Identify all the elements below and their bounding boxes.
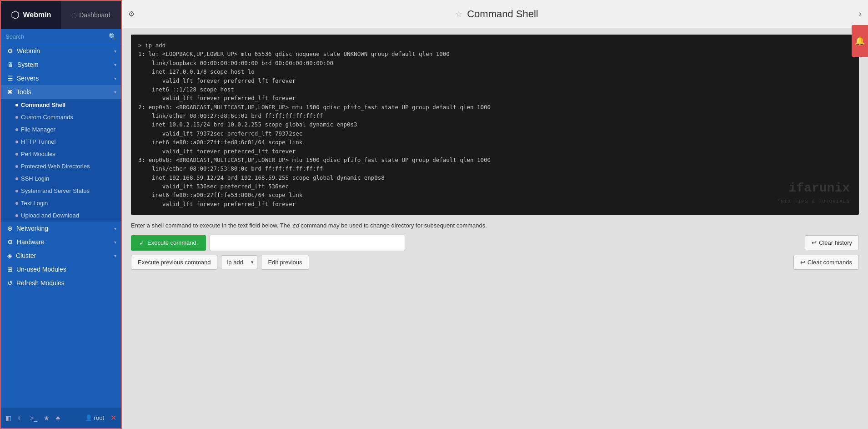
sidebar-item-label: Networking [16,225,48,232]
sidebar-item-ssh-login[interactable]: SSH Login [1,172,121,185]
tools-nav-icon: ✖ [7,88,13,96]
sidebar-item-protected-web-dirs[interactable]: Protected Web Directories [1,160,121,172]
sub-item-label: Custom Commands [21,114,73,121]
dashboard-label: Dashboard [79,11,110,19]
sidebar-item-label: Hardware [17,238,45,246]
system-nav-icon: 🖥 [7,61,14,68]
sub-item-label: File Manager [21,126,55,133]
search-input[interactable] [5,33,109,40]
sidebar-item-perl-modules[interactable]: Perl Modules [1,148,121,160]
sidebar-item-cluster[interactable]: ◈ Cluster ▾ [1,249,121,262]
command-row: ✓ Execute command: ↩ Clear history [131,235,859,251]
sidebar-item-label: Tools [16,88,31,96]
favorite-star-icon[interactable]: ☆ [455,9,462,19]
footer-icon-moon[interactable]: ☾ [18,414,24,422]
previous-command-selector[interactable]: ip add [221,255,257,269]
sidebar-item-refresh-modules[interactable]: ↺ Refresh Modules [1,276,121,290]
sub-item-dot [15,190,18,192]
sidebar-item-tools[interactable]: ✖ Tools ▾ [1,85,121,99]
sidebar-logo-area[interactable]: ⬡ Webmin [1,1,61,29]
sub-item-label: Perl Modules [21,151,55,157]
chevron-down-icon: ▾ [114,240,116,245]
webmin-logo-icon: ⬡ [11,9,20,21]
sidebar-item-label: Servers [17,75,39,82]
sidebar: ⬡ Webmin ◌ Dashboard 🔍 ⚙ Webmin ▾ 🖥 Syst… [0,0,122,429]
edit-previous-button[interactable]: Edit previous [261,255,309,270]
sub-item-label: Upload and Download [21,212,79,219]
footer-exit-icon[interactable]: ✕ [110,414,116,422]
right-buttons-group: ↩ Clear history [805,235,859,250]
sidebar-item-unused-modules[interactable]: ⊞ Un-used Modules [1,262,121,276]
user-icon: 👤 [85,414,92,421]
sub-item-dot [15,141,18,143]
sidebar-item-command-shell[interactable]: Command Shell [1,99,121,111]
sub-item-label: HTTP Tunnel [21,138,55,145]
footer-icon-star[interactable]: ★ [44,414,50,422]
undo-icon: ↩ [812,239,817,246]
sidebar-search-bar: 🔍 [1,29,121,44]
sidebar-item-file-manager[interactable]: File Manager [1,123,121,136]
sub-item-label: Protected Web Directories [21,163,90,170]
sub-item-dot [15,214,18,217]
sidebar-footer: ◧ ☾ >_ ★ ♣ 👤 root ✕ [1,407,121,428]
sub-item-dot [15,128,18,131]
sidebar-item-custom-commands[interactable]: Custom Commands [1,111,121,123]
clear-commands-button[interactable]: ↩ Clear commands [793,255,859,270]
sub-item-dot [15,153,18,156]
chevron-down-icon: ▾ [114,62,116,67]
clear-commands-container: ↩ Clear commands [793,255,859,270]
sidebar-item-label: Un-used Modules [16,266,66,273]
chevron-down-icon: ▾ [114,90,116,95]
topbar-close-icon[interactable]: › [859,9,862,19]
main-content: ⚙ ☆ Command Shell › > ip add 1: lo: <LOO… [122,0,868,429]
sidebar-item-label: Refresh Modules [16,279,65,287]
search-icon: 🔍 [109,33,116,40]
dashboard-tab[interactable]: ◌ Dashboard [61,1,121,29]
notification-badge[interactable]: 🔔 [852,25,868,57]
sidebar-item-text-login[interactable]: Text Login [1,197,121,209]
webmin-nav-icon: ⚙ [7,47,13,55]
sub-item-label: Command Shell [21,101,65,108]
sidebar-item-hardware[interactable]: ⚙ Hardware ▾ [1,235,121,249]
chevron-down-icon: ▾ [114,253,116,258]
cluster-nav-icon: ◈ [7,252,12,259]
undo-icon: ↩ [800,259,805,266]
chevron-down-icon: ▾ [114,76,116,81]
footer-icon-user-settings[interactable]: ♣ [56,414,60,422]
page-title: ☆ Command Shell [140,8,853,20]
sub-item-label: SSH Login [21,175,49,182]
clear-history-button[interactable]: ↩ Clear history [805,235,859,250]
terminal-text: > ip add 1: lo: <LOOPBACK,UP,LOWER_UP> m… [138,41,852,208]
chevron-down-icon: ▾ [114,226,116,231]
sidebar-item-networking[interactable]: ⊕ Networking ▾ [1,222,121,235]
execute-command-button[interactable]: ✓ Execute command: [131,235,206,251]
sub-item-dot [15,116,18,119]
topbar-settings-icon[interactable]: ⚙ [128,10,135,18]
checkmark-icon: ✓ [139,239,145,247]
footer-icon-terminal[interactable]: >_ [30,414,37,422]
sidebar-item-label: Webmin [17,47,40,55]
cd-code: cd [292,222,299,229]
description-area: Enter a shell command to execute in the … [131,221,859,230]
sidebar-logo-text: Webmin [23,11,51,19]
networking-nav-icon: ⊕ [7,225,13,232]
previous-command-select[interactable]: ip add [221,255,257,269]
button-row2: Execute previous command ip add Edit pre… [131,255,859,270]
tools-sub-menu: Command Shell Custom Commands File Manag… [1,99,121,222]
sidebar-nav: ⚙ Webmin ▾ 🖥 System ▾ ☰ Servers ▾ ✖ Tool… [1,44,121,407]
sidebar-item-label: Cluster [16,252,36,259]
refresh-modules-nav-icon: ↺ [7,279,13,287]
sidebar-item-system[interactable]: 🖥 System ▾ [1,58,121,71]
sidebar-item-upload-download[interactable]: Upload and Download [1,209,121,222]
terminal-output: > ip add 1: lo: <LOOPBACK,UP,LOWER_UP> m… [131,35,859,215]
sidebar-item-system-server-status[interactable]: System and Server Status [1,185,121,197]
sidebar-item-servers[interactable]: ☰ Servers ▾ [1,71,121,85]
sidebar-item-http-tunnel[interactable]: HTTP Tunnel [1,136,121,148]
sub-item-dot [15,104,18,106]
execute-previous-command-button[interactable]: Execute previous command [131,255,217,270]
content-area: > ip add 1: lo: <LOOPBACK,UP,LOWER_UP> m… [122,28,868,429]
footer-icon-panels[interactable]: ◧ [5,414,11,422]
servers-nav-icon: ☰ [7,75,13,82]
command-input[interactable] [210,235,405,251]
sidebar-item-webmin[interactable]: ⚙ Webmin ▾ [1,44,121,58]
